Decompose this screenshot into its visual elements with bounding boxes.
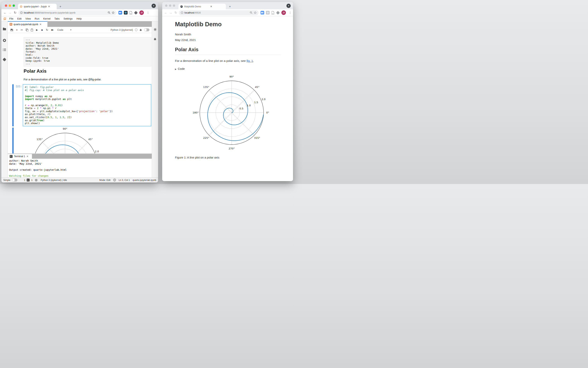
terminal-output[interactable]: author: Norah Smith date: 'May 22nd, 202… [8, 159, 152, 177]
jupyterlab-browser-window: quarto-jupyterl - JupyterLab ✕ + ▼ ← → ↻… [1, 2, 158, 183]
notebook-mode[interactable]: Mode: Edit [99, 179, 111, 182]
zoom-extension-icon[interactable] [260, 11, 264, 15]
raw-yaml-cell[interactable]: ---title: Matplotlib Demoauthor: Norah S… [24, 37, 151, 66]
right-titlebar[interactable]: Matplotlib Demo ✕ + ▼ [162, 2, 293, 9]
notebook-tabbar: quarto-jupyterlab.ipynb ✕ [8, 21, 152, 27]
cursor-position[interactable]: Ln 3, Col 1 [119, 179, 130, 182]
zoom-extension-icon[interactable] [118, 11, 122, 15]
menu-view[interactable]: View [23, 17, 33, 20]
copy-cells-button[interactable] [24, 29, 29, 31]
close-tab-icon[interactable]: ✕ [210, 5, 212, 8]
profile-avatar[interactable]: JJ [139, 10, 144, 15]
restart-run-all-button[interactable]: ▶▶ [49, 29, 55, 31]
cut-cells-button[interactable]: ✂ [19, 28, 24, 32]
maximize-window-button[interactable] [13, 4, 15, 7]
save-button[interactable] [9, 29, 14, 31]
maximize-window-button[interactable] [173, 4, 175, 7]
url-text[interactable]: localhost:8888/lab/tree/quarto-jupyterla… [24, 11, 76, 14]
left-titlebar[interactable]: quarto-jupyterl - JupyterLab ✕ + ▼ [1, 2, 158, 9]
forward-button[interactable]: → [168, 11, 174, 15]
react-devtools-extension-icon[interactable] [266, 11, 270, 15]
react-devtools-extension-icon[interactable] [124, 11, 127, 15]
zoom-indicator-icon[interactable] [108, 11, 111, 14]
polar-plot-figure: 0°45°90°135°180°225°270°315°0.51.01.52.0 [190, 73, 273, 153]
add-cell-button[interactable]: + [14, 28, 19, 32]
close-terminal-tab-icon[interactable]: ✕ [27, 155, 29, 157]
site-info-icon[interactable] [20, 11, 23, 14]
notebook-toolbar-toggle[interactable] [144, 28, 149, 31]
menu-file[interactable]: File [7, 17, 15, 20]
minimize-window-button[interactable] [9, 4, 11, 7]
zoom-indicator-icon[interactable] [250, 11, 253, 14]
debugger-sidebar-bug-icon[interactable] [154, 37, 157, 41]
cell-type-select[interactable]: Code [57, 28, 63, 31]
output-collapser[interactable] [12, 128, 14, 154]
tab-search-button[interactable]: ▼ [152, 4, 156, 8]
document-extension-icon[interactable] [271, 11, 274, 15]
markdown-cell[interactable]: Polar Axis For a demonstration of a line… [24, 68, 101, 81]
jupyter-logo-icon [3, 17, 7, 20]
extensions-puzzle-icon[interactable] [276, 11, 280, 15]
kernel-name-button[interactable]: Python 3 (ipykernel) [111, 28, 133, 31]
extension-manager-icon[interactable] [3, 58, 6, 62]
figure-link[interactable]: fig. 1 [247, 59, 253, 62]
new-tab-button[interactable]: + [59, 5, 61, 9]
browser-tab[interactable]: Matplotlib Demo ✕ [178, 4, 226, 9]
site-info-icon[interactable] [181, 11, 183, 14]
back-button[interactable]: ← [2, 11, 8, 15]
close-notebook-tab-icon[interactable]: ✕ [39, 23, 41, 26]
close-window-button[interactable] [165, 4, 167, 7]
terminal-tab[interactable]: $_ Terminal 1 ✕ [8, 154, 32, 159]
stop-kernel-button[interactable]: ■ [39, 28, 45, 31]
notebook-content[interactable]: ---title: Matplotlib Demoauthor: Norah S… [8, 33, 152, 154]
extensions-puzzle-icon[interactable] [134, 11, 138, 15]
document-extension-icon[interactable] [129, 11, 132, 15]
menu-edit[interactable]: Edit [15, 17, 23, 20]
kernel-status-icon[interactable] [135, 29, 137, 31]
close-tab-icon[interactable]: ✕ [48, 5, 50, 8]
running-kernels-icon[interactable] [3, 39, 6, 43]
kernel-chip-icon[interactable] [35, 179, 38, 182]
menu-help[interactable]: Help [75, 17, 84, 20]
restart-kernel-button[interactable]: ↻ [45, 28, 49, 32]
simple-mode-toggle[interactable] [12, 179, 17, 182]
menu-tabs[interactable]: Tabs [52, 17, 62, 20]
reload-button[interactable]: ↻ [173, 11, 178, 15]
file-browser-icon[interactable] [3, 28, 6, 31]
r-tick-label: 1.0 [247, 104, 251, 107]
close-window-button[interactable] [5, 4, 7, 7]
back-button[interactable]: ← [163, 11, 168, 15]
forward-button[interactable]: → [8, 11, 13, 15]
r-tick-label: 0.5 [240, 107, 243, 110]
bookmark-star-icon[interactable] [112, 11, 115, 14]
trust-shield-icon[interactable] [113, 179, 116, 182]
cell-collapser[interactable] [12, 84, 14, 126]
new-tab-button[interactable]: + [229, 5, 231, 9]
browser-tab[interactable]: quarto-jupyterl - JupyterLab ✕ [18, 4, 57, 9]
menu-kernel[interactable]: Kernel [41, 17, 52, 20]
run-cell-button[interactable]: ▶ [34, 28, 39, 31]
menu-settings[interactable]: Settings [62, 17, 75, 20]
url-text[interactable]: localhost:6916 [184, 11, 201, 14]
reload-button[interactable]: ↻ [13, 11, 18, 15]
bookmark-star-icon[interactable] [254, 11, 257, 14]
kernel-status-text[interactable]: Python 3 (ipykernel) | Idle [41, 179, 67, 182]
property-inspector-gear-icon[interactable] [154, 28, 157, 32]
address-bar[interactable]: localhost:8888/lab/tree/quarto-jupyterla… [18, 10, 116, 15]
address-bar[interactable]: localhost:6916 [179, 10, 259, 15]
menu-run[interactable]: Run [33, 17, 41, 20]
tab-search-button[interactable]: ▼ [287, 4, 291, 8]
paste-cells-button[interactable] [29, 29, 34, 31]
notebook-tab[interactable]: quarto-jupyterlab.ipynb ✕ [8, 21, 48, 27]
code-fold-toggle[interactable]: ▶Code [175, 67, 185, 70]
minimize-window-button[interactable] [169, 4, 171, 7]
terminals-icon[interactable]: $_ [27, 179, 30, 182]
debugger-bug-icon[interactable] [139, 29, 142, 31]
code-cell[interactable]: #| label: fig-polar#| fig.cap: A line pl… [23, 84, 151, 126]
table-of-contents-icon[interactable] [3, 48, 6, 52]
browser-menu-icon[interactable]: ⋮ [147, 11, 149, 14]
cell-type-chevron-icon[interactable]: ▼ [70, 29, 72, 31]
profile-avatar[interactable]: JJ [281, 10, 286, 15]
browser-menu-icon[interactable]: ⋮ [289, 11, 291, 14]
right-sidebar [152, 21, 158, 177]
